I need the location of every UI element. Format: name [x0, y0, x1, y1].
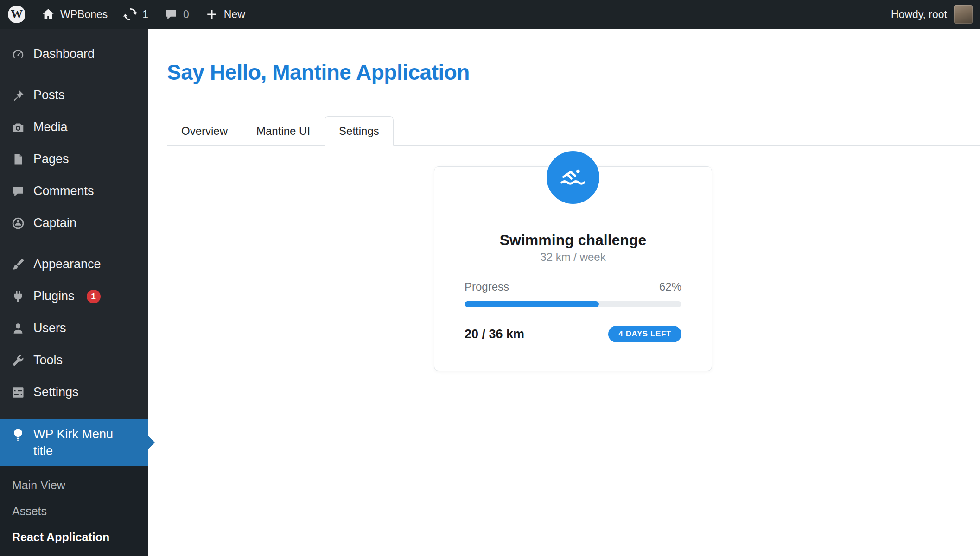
- progress-label: Progress: [465, 280, 509, 294]
- paintbrush-icon: [11, 258, 25, 272]
- sidebar-item-appearance[interactable]: Appearance: [0, 248, 148, 280]
- sidebar-item-comments[interactable]: Comments: [0, 175, 148, 207]
- wp-kirk-submenu: Main View Assets React Application: [0, 466, 148, 556]
- tab-mantine-ui[interactable]: Mantine UI: [242, 116, 325, 146]
- sidebar-item-label: Settings: [33, 385, 79, 399]
- sidebar-item-label: Users: [33, 321, 66, 335]
- pushpin-icon: [11, 88, 25, 102]
- sidebar-item-label: Captain: [33, 216, 76, 230]
- sidebar-item-plugins[interactable]: Plugins 1: [0, 280, 148, 312]
- tab-overview[interactable]: Overview: [167, 116, 242, 146]
- sliders-icon: [11, 385, 25, 399]
- submenu-item-label: Main View: [12, 479, 65, 492]
- admin-sidebar: Dashboard Posts Media: [0, 29, 148, 556]
- admin-bar-left: W WPBones 1 0 New: [0, 0, 253, 29]
- comments-button[interactable]: 0: [156, 0, 197, 29]
- lightbulb-icon: [11, 428, 25, 442]
- sidebar-item-label: WP Kirk Menu title: [33, 426, 135, 459]
- main-content: Say Hello, Mantine Application Overview …: [148, 29, 980, 556]
- swimmer-icon: [547, 151, 599, 204]
- menu-separator: [0, 70, 148, 79]
- submenu-item-label: Assets: [12, 505, 47, 518]
- sidebar-item-pages[interactable]: Pages: [0, 143, 148, 175]
- home-icon: [41, 7, 55, 21]
- sidebar-item-tools[interactable]: Tools: [0, 344, 148, 376]
- admin-menu: Dashboard Posts Media: [0, 29, 148, 466]
- page-title: Say Hello, Mantine Application: [167, 59, 980, 85]
- updates-button[interactable]: 1: [115, 0, 156, 29]
- new-button[interactable]: New: [197, 0, 253, 29]
- user-avatar: [954, 5, 973, 24]
- wrench-icon: [11, 354, 25, 367]
- sidebar-item-media[interactable]: Media: [0, 111, 148, 143]
- document-icon: [11, 152, 25, 166]
- site-name-link[interactable]: WPBones: [33, 0, 115, 29]
- user-icon: [11, 322, 25, 335]
- submenu-item-main-view[interactable]: Main View: [0, 472, 148, 498]
- howdy-menu[interactable]: Howdy, root: [881, 0, 980, 29]
- tab-list: Overview Mantine UI Settings: [167, 116, 980, 146]
- sidebar-item-users[interactable]: Users: [0, 312, 148, 344]
- plugins-update-badge: 1: [87, 290, 101, 303]
- sidebar-item-captain[interactable]: Captain: [0, 207, 148, 239]
- sidebar-item-label: Comments: [33, 184, 94, 198]
- comments-bubble-icon: [164, 7, 178, 21]
- menu-separator: [0, 408, 148, 419]
- sidebar-item-label: Dashboard: [33, 47, 95, 61]
- sidebar-item-label: Posts: [33, 88, 65, 102]
- plus-icon: [205, 7, 219, 21]
- submenu-item-label: React Application: [12, 531, 109, 544]
- progress-fill: [465, 301, 599, 307]
- dashboard-icon: [11, 47, 25, 61]
- submenu-item-react-application[interactable]: React Application: [0, 524, 148, 550]
- update-icon: [123, 7, 137, 21]
- sidebar-item-label: Appearance: [33, 257, 101, 272]
- admin-bar: W WPBones 1 0 New: [0, 0, 980, 29]
- site-name-label: WPBones: [60, 8, 108, 21]
- sidebar-item-posts[interactable]: Posts: [0, 79, 148, 111]
- progress-percent-label: 62%: [659, 280, 681, 294]
- wordpress-logo-icon: W: [8, 6, 25, 23]
- tab-settings[interactable]: Settings: [325, 116, 394, 146]
- days-left-badge: 4 DAYS LEFT: [608, 326, 681, 342]
- update-count: 1: [142, 8, 148, 21]
- sidebar-item-label: Tools: [33, 353, 63, 367]
- comment-bubble-icon: [11, 184, 25, 198]
- sidebar-item-wp-kirk[interactable]: WP Kirk Menu title: [0, 419, 148, 466]
- camera-icon: [11, 120, 25, 134]
- wordpress-menu[interactable]: W: [0, 0, 33, 29]
- menu-separator: [0, 239, 148, 248]
- progress-bar: [465, 301, 681, 307]
- admin-bar-right: Howdy, root: [881, 0, 980, 29]
- sidebar-item-label: Pages: [33, 152, 69, 166]
- card-footer: 20 / 36 km 4 DAYS LEFT: [465, 326, 681, 342]
- new-label: New: [224, 8, 245, 21]
- comment-count: 0: [183, 8, 189, 21]
- card-title: Swimming challenge: [465, 231, 681, 249]
- sidebar-item-dashboard[interactable]: Dashboard: [0, 38, 148, 70]
- sidebar-item-label: Plugins: [33, 289, 75, 303]
- submenu-item-assets[interactable]: Assets: [0, 498, 148, 524]
- sidebar-item-label: Media: [33, 120, 68, 134]
- card-subtitle: 32 km / week: [465, 250, 681, 264]
- plug-icon: [11, 290, 25, 303]
- distance-label: 20 / 36 km: [465, 327, 524, 341]
- howdy-label: Howdy, root: [891, 8, 947, 21]
- accessibility-person-icon: [11, 216, 25, 230]
- swimming-challenge-card: Swimming challenge 32 km / week Progress…: [434, 166, 712, 371]
- progress-row: Progress 62%: [465, 280, 681, 294]
- sidebar-item-settings[interactable]: Settings: [0, 376, 148, 408]
